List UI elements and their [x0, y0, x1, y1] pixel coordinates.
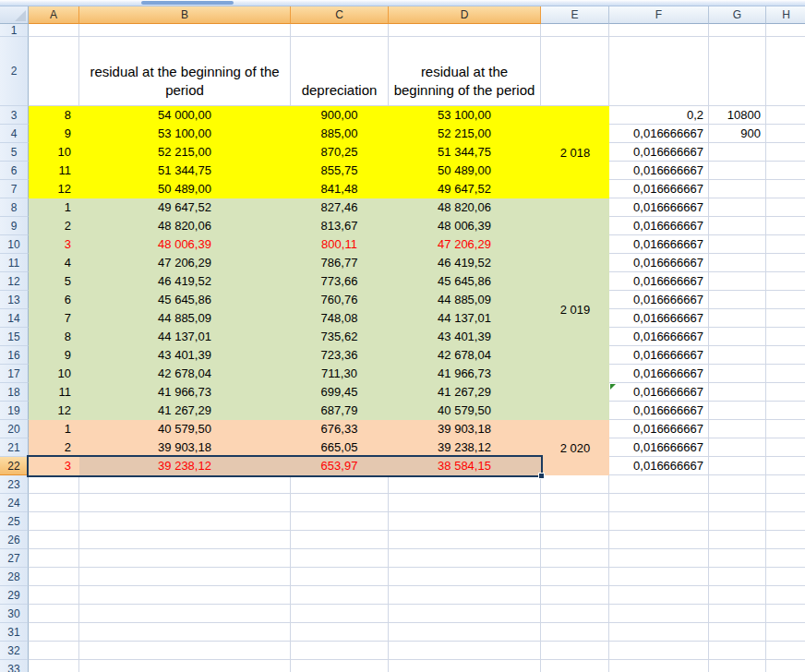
- cell-B3[interactable]: 54 000,00: [79, 106, 291, 125]
- cell-D28[interactable]: [389, 568, 541, 586]
- cell-G18[interactable]: [709, 383, 766, 402]
- row-header-7[interactable]: 7: [0, 180, 29, 198]
- cell-D11[interactable]: 46 419,52: [389, 254, 541, 272]
- cell-H13[interactable]: [766, 291, 805, 309]
- cell-H25[interactable]: [766, 512, 805, 531]
- cell-C9[interactable]: 813,67: [291, 217, 389, 235]
- cell-D4[interactable]: 52 215,00: [389, 125, 541, 143]
- cell-B19[interactable]: 41 267,29: [79, 402, 291, 420]
- cell-G10[interactable]: [709, 235, 766, 254]
- column-header-H[interactable]: H: [766, 6, 805, 24]
- cell-F30[interactable]: [609, 605, 709, 623]
- cell-G27[interactable]: [709, 549, 766, 568]
- cell-H4[interactable]: [766, 125, 805, 143]
- column-header-C[interactable]: C: [291, 6, 389, 24]
- cell-E20[interactable]: [541, 420, 609, 438]
- row-header-8[interactable]: 8: [0, 198, 29, 217]
- cell-B7[interactable]: 50 489,00: [79, 180, 291, 198]
- cell-B2[interactable]: residual at the beginning of the period: [79, 37, 291, 106]
- row-header-1[interactable]: 1: [0, 24, 29, 37]
- cell-C21[interactable]: 665,05: [291, 438, 389, 457]
- cell-A26[interactable]: [29, 531, 79, 549]
- cell-D15[interactable]: 43 401,39: [389, 328, 541, 346]
- cell-A2[interactable]: [29, 37, 79, 106]
- cell-C7[interactable]: 841,48: [291, 180, 389, 198]
- cell-C33[interactable]: [291, 660, 389, 672]
- cell-E8[interactable]: [541, 198, 609, 217]
- cell-F15[interactable]: 0,016666667: [609, 328, 709, 346]
- row-header-12[interactable]: 12: [0, 272, 29, 291]
- cell-D8[interactable]: 48 820,06: [389, 198, 541, 217]
- cell-D3[interactable]: 53 100,00: [389, 106, 541, 125]
- cell-A25[interactable]: [29, 512, 79, 531]
- cell-F22[interactable]: 0,016666667: [609, 457, 709, 475]
- cell-G17[interactable]: [709, 365, 766, 383]
- cell-D12[interactable]: 45 645,86: [389, 272, 541, 291]
- row-header-4[interactable]: 4: [0, 125, 29, 143]
- column-header-F[interactable]: F: [609, 6, 709, 24]
- cell-G15[interactable]: [709, 328, 766, 346]
- cell-F4[interactable]: 0,016666667: [609, 125, 709, 143]
- row-header-5[interactable]: 5: [0, 143, 29, 162]
- cell-B9[interactable]: 48 820,06: [79, 217, 291, 235]
- cell-H22[interactable]: [766, 457, 805, 475]
- cell-F31[interactable]: [609, 623, 709, 642]
- cell-B14[interactable]: 44 885,09: [79, 309, 291, 328]
- cell-A15[interactable]: 8: [29, 328, 79, 346]
- row-header-22[interactable]: 22: [0, 457, 29, 475]
- cell-B25[interactable]: [79, 512, 291, 531]
- cell-B28[interactable]: [79, 568, 291, 586]
- cell-D10[interactable]: 47 206,29: [389, 235, 541, 254]
- cell-F14[interactable]: 0,016666667: [609, 309, 709, 328]
- cell-B10[interactable]: 48 006,39: [79, 235, 291, 254]
- column-header-E[interactable]: E: [541, 6, 609, 24]
- cell-F23[interactable]: [609, 475, 709, 494]
- cell-H23[interactable]: [766, 475, 805, 494]
- cell-C10[interactable]: 800,11: [291, 235, 389, 254]
- row-header-29[interactable]: 29: [0, 586, 29, 605]
- cell-H18[interactable]: [766, 383, 805, 402]
- cell-B22[interactable]: 39 238,12: [79, 457, 291, 475]
- cell-C28[interactable]: [291, 568, 389, 586]
- cell-G7[interactable]: [709, 180, 766, 198]
- cell-B32[interactable]: [79, 642, 291, 660]
- cell-E10[interactable]: [541, 235, 609, 254]
- row-header-17[interactable]: 17: [0, 365, 29, 383]
- cell-D20[interactable]: 39 903,18: [389, 420, 541, 438]
- cell-D24[interactable]: [389, 494, 541, 512]
- cell-D6[interactable]: 50 489,00: [389, 162, 541, 180]
- cell-B21[interactable]: 39 903,18: [79, 438, 291, 457]
- cell-E3[interactable]: [541, 106, 609, 125]
- cell-G1[interactable]: [709, 24, 766, 37]
- cell-G21[interactable]: [709, 438, 766, 457]
- cell-E24[interactable]: [541, 494, 609, 512]
- cell-F5[interactable]: 0,016666667: [609, 143, 709, 162]
- cell-H16[interactable]: [766, 346, 805, 365]
- cell-H14[interactable]: [766, 309, 805, 328]
- cell-F26[interactable]: [609, 531, 709, 549]
- cell-H24[interactable]: [766, 494, 805, 512]
- cell-D21[interactable]: 39 238,12: [389, 438, 541, 457]
- cell-E17[interactable]: [541, 365, 609, 383]
- row-header-6[interactable]: 6: [0, 162, 29, 180]
- cell-F2[interactable]: [609, 37, 709, 106]
- cell-H33[interactable]: [766, 660, 805, 672]
- cell-F3[interactable]: 0,2: [609, 106, 709, 125]
- row-header-13[interactable]: 13: [0, 291, 29, 309]
- cell-C29[interactable]: [291, 586, 389, 605]
- cell-E23[interactable]: [541, 475, 609, 494]
- cell-F29[interactable]: [609, 586, 709, 605]
- cell-H5[interactable]: [766, 143, 805, 162]
- cell-H10[interactable]: [766, 235, 805, 254]
- cell-A11[interactable]: 4: [29, 254, 79, 272]
- cell-A32[interactable]: [29, 642, 79, 660]
- cell-F13[interactable]: 0,016666667: [609, 291, 709, 309]
- cell-G28[interactable]: [709, 568, 766, 586]
- cell-A13[interactable]: 6: [29, 291, 79, 309]
- cell-E26[interactable]: [541, 531, 609, 549]
- column-header-D[interactable]: D: [389, 6, 541, 24]
- cell-C16[interactable]: 723,36: [291, 346, 389, 365]
- cell-B31[interactable]: [79, 623, 291, 642]
- cell-F1[interactable]: [609, 24, 709, 37]
- cell-C14[interactable]: 748,08: [291, 309, 389, 328]
